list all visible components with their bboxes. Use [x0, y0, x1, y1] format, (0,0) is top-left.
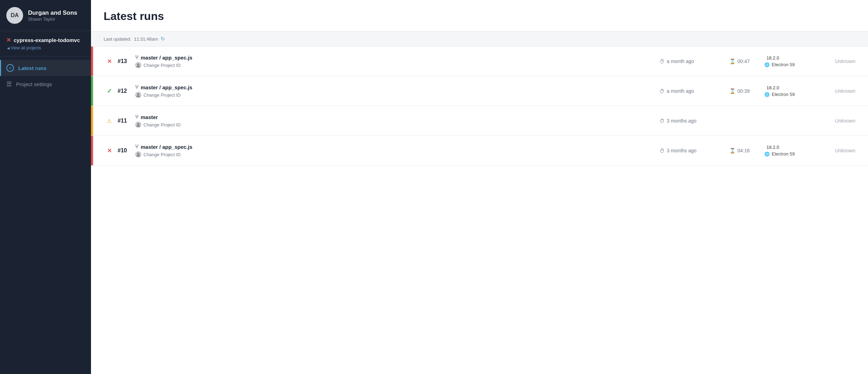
run-number: #10 — [118, 147, 135, 154]
run-status-icon: ✓ — [107, 87, 112, 95]
main-header: Latest runs — [91, 0, 868, 32]
run-project-id[interactable]: Change Project ID — [144, 122, 181, 127]
run-duration-value: 00:39 — [737, 88, 750, 94]
run-env: 18.2.0 🌐 Electron 59 — [764, 85, 820, 97]
browser-icon: 🌐 — [764, 62, 770, 67]
run-project: Change Project ID — [135, 92, 659, 98]
run-duration-value: 00:47 — [737, 58, 750, 64]
org-name: Durgan and Sons — [28, 9, 77, 16]
run-browser: Electron 59 — [772, 62, 795, 67]
run-os-row: 18.2.0 — [764, 145, 820, 150]
main-content: Latest runs Last updated: 11:31:48am ↻ ✕… — [91, 0, 868, 374]
run-details: ⑂ master / app_spec.js Change Project ID — [135, 54, 659, 68]
run-status-bar — [91, 76, 93, 106]
svg-point-1 — [136, 66, 140, 68]
clock-icon: ⏱ — [659, 118, 665, 124]
run-project: Change Project ID — [135, 122, 659, 128]
run-duration-value: 04:16 — [737, 148, 750, 153]
svg-point-2 — [137, 93, 139, 95]
run-time-value: 3 months ago — [667, 118, 696, 124]
branch-icon: ⑂ — [135, 54, 139, 61]
run-branch-label: master — [141, 114, 158, 120]
run-browser: Electron 59 — [772, 92, 795, 97]
run-icon: ⚠ — [104, 118, 115, 124]
run-unknown: Unknown — [820, 88, 855, 94]
run-time: ⏱ a month ago — [659, 58, 729, 64]
run-os-row: 18.2.0 — [764, 85, 820, 90]
run-project-id[interactable]: Change Project ID — [144, 63, 181, 68]
run-browser-row: 🌐 Electron 59 — [764, 62, 820, 67]
svg-point-4 — [137, 123, 139, 125]
run-icon: ✓ — [104, 87, 115, 95]
clock-icon: ⏱ — [659, 58, 665, 64]
run-project-id[interactable]: Change Project ID — [144, 92, 181, 98]
run-time-value: 3 months ago — [667, 148, 696, 153]
sidebar-item-latest-runs[interactable]: Latest runs — [0, 60, 91, 76]
project-name: cypress-example-todomvc — [14, 37, 80, 43]
run-unknown: Unknown — [820, 118, 855, 124]
run-item-11[interactable]: ⚠ #11 ⑂ master Change Project ID ⏱ 3 mon… — [91, 106, 868, 136]
run-number: #12 — [118, 88, 135, 94]
run-browser: Electron 59 — [772, 151, 795, 157]
browser-icon: 🌐 — [764, 92, 770, 97]
run-project-avatar — [135, 92, 141, 98]
run-env: 18.2.0 🌐 Electron 59 — [764, 55, 820, 67]
run-item-12[interactable]: ✓ #12 ⑂ master / app_spec.js Change Proj… — [91, 76, 868, 106]
run-time-value: a month ago — [667, 88, 694, 94]
run-branch: ⑂ master / app_spec.js — [135, 84, 659, 90]
run-time-value: a month ago — [667, 58, 694, 64]
run-status-icon: ✕ — [107, 147, 112, 154]
org-user: Shawn Taylor — [28, 16, 77, 22]
org-info: Durgan and Sons Shawn Taylor — [28, 9, 77, 22]
run-branch-label: master / app_spec.js — [141, 55, 192, 61]
project-section: ✕ cypress-example-todomvc View all proje… — [0, 31, 91, 56]
run-status-bar — [91, 106, 93, 136]
settings-icon: ☰ — [6, 80, 12, 88]
run-branch: ⑂ master — [135, 114, 659, 120]
run-project-avatar — [135, 122, 141, 128]
run-duration: ⌛ 00:47 — [729, 58, 764, 64]
branch-icon: ⑂ — [135, 144, 139, 150]
run-branch-label: master / app_spec.js — [141, 84, 192, 90]
last-updated-bar: Last updated: 11:31:48am ↻ — [91, 32, 868, 47]
run-project-id[interactable]: Change Project ID — [144, 152, 181, 157]
svg-point-5 — [136, 125, 140, 127]
run-unknown: Unknown — [820, 58, 855, 64]
svg-point-6 — [137, 153, 139, 155]
run-number: #11 — [118, 118, 135, 124]
latest-runs-icon — [6, 64, 14, 72]
run-browser-row: 🌐 Electron 59 — [764, 92, 820, 97]
run-os: 18.2.0 — [766, 145, 779, 150]
sidebar-item-project-settings[interactable]: ☰ Project settings — [0, 76, 91, 92]
run-status-icon: ⚠ — [107, 118, 112, 124]
svg-point-3 — [136, 96, 140, 97]
run-duration: ⌛ 04:16 — [729, 148, 764, 153]
timer-icon: ⌛ — [729, 148, 735, 153]
run-project-avatar — [135, 151, 141, 158]
run-unknown: Unknown — [820, 148, 855, 153]
view-all-projects-link[interactable]: View all projects — [6, 46, 85, 50]
run-os: 18.2.0 — [766, 55, 779, 61]
browser-icon: 🌐 — [764, 152, 770, 157]
run-item-10[interactable]: ✕ #10 ⑂ master / app_spec.js Change Proj… — [91, 136, 868, 166]
sidebar-item-label-project-settings: Project settings — [16, 81, 52, 87]
run-details: ⑂ master / app_spec.js Change Project ID — [135, 84, 659, 98]
run-item-13[interactable]: ✕ #13 ⑂ master / app_spec.js Change Proj… — [91, 47, 868, 76]
run-branch: ⑂ master / app_spec.js — [135, 144, 659, 150]
run-project: Change Project ID — [135, 62, 659, 68]
last-updated-time: 11:31:48am — [134, 36, 158, 42]
run-branch-label: master / app_spec.js — [141, 144, 192, 150]
timer-icon: ⌛ — [729, 88, 735, 94]
run-status-icon: ✕ — [107, 58, 112, 65]
runs-list: ✕ #13 ⑂ master / app_spec.js Change Proj… — [91, 47, 868, 374]
last-updated-label: Last updated: — [104, 36, 131, 42]
svg-point-0 — [137, 63, 139, 65]
run-project-avatar — [135, 62, 141, 68]
run-icon: ✕ — [104, 147, 115, 154]
clock-icon: ⏱ — [659, 88, 665, 94]
run-time: ⏱ 3 months ago — [659, 118, 729, 124]
refresh-icon[interactable]: ↻ — [161, 36, 165, 42]
svg-point-7 — [136, 155, 140, 157]
run-project: Change Project ID — [135, 151, 659, 158]
run-os-row: 18.2.0 — [764, 55, 820, 61]
